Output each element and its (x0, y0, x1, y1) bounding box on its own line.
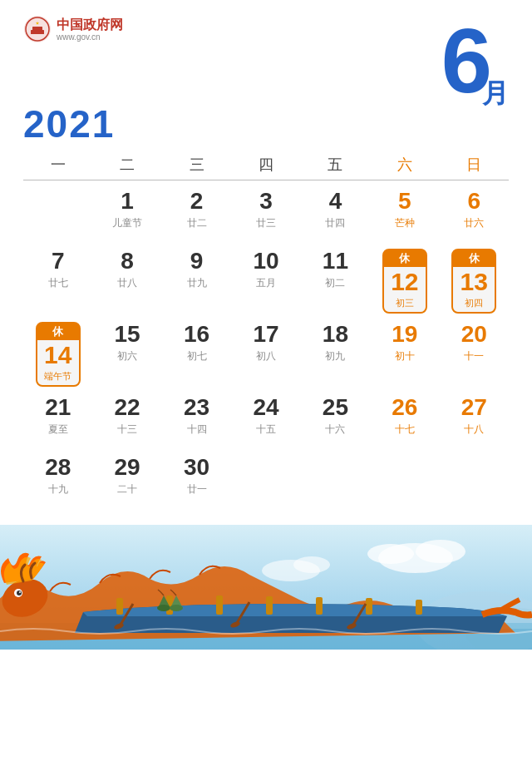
day-sub: 初六 (117, 349, 137, 363)
header-row: 中国政府网 www.gov.cn 6 月 (23, 15, 509, 106)
day-sub: 廿六 (464, 216, 484, 230)
day-cell: 17初八 (231, 319, 300, 388)
day-number: 18 (323, 322, 348, 348)
day-number: 6 (467, 189, 480, 215)
day-cell: 30廿一 (162, 452, 231, 508)
svg-rect-23 (316, 597, 323, 615)
day-cell (23, 185, 92, 242)
logo-url: www.gov.cn (57, 32, 123, 42)
day-cell: 15初六 (92, 319, 161, 388)
day-cell: 6廿六 (440, 185, 509, 242)
day-number: 10 (253, 249, 278, 274)
day-cell: 1儿童节 (92, 185, 161, 242)
day-cell: 20十一 (440, 319, 509, 388)
day-sub: 初三 (396, 297, 414, 309)
svg-rect-22 (266, 596, 273, 615)
day-number: 23 (184, 395, 209, 421)
day-cell (301, 452, 370, 508)
holiday-badge-wrapper: 休13初四 (451, 249, 496, 314)
day-sub: 十四 (187, 423, 207, 437)
day-sub: 十七 (395, 423, 415, 437)
svg-point-18 (19, 591, 21, 593)
day-sub: 廿九 (187, 276, 207, 290)
weekday-label: 四 (231, 155, 300, 175)
day-sub: 儿童节 (112, 216, 142, 230)
day-cell: 3廿三 (231, 185, 300, 242)
svg-rect-19 (116, 598, 123, 615)
day-sub: 芒种 (395, 216, 415, 230)
day-cell: 27十八 (440, 392, 509, 448)
day-number: 5 (398, 189, 411, 215)
svg-rect-24 (366, 598, 372, 615)
day-number: 24 (253, 395, 278, 421)
weekday-label: 一 (23, 155, 92, 175)
day-number: 30 (184, 455, 209, 481)
day-number: 13 (461, 268, 488, 295)
day-cell: 休13初四 (440, 245, 509, 315)
day-number: 26 (392, 395, 417, 421)
day-sub: 初七 (187, 349, 207, 363)
day-cell: 休14端午节 (23, 319, 92, 388)
day-cell (440, 452, 509, 508)
day-number: 28 (45, 455, 71, 481)
day-cell: 休12初三 (370, 245, 439, 315)
day-sub: 十六 (325, 423, 345, 437)
svg-point-10 (293, 556, 330, 573)
svg-point-7 (416, 540, 466, 563)
day-number: 2 (190, 189, 204, 215)
holiday-badge-wrapper: 休12初三 (382, 249, 427, 314)
day-sub: 初四 (465, 297, 483, 309)
day-cell: 16初七 (162, 319, 231, 388)
logo-emblem (23, 15, 52, 43)
day-number: 7 (52, 249, 65, 274)
day-cell: 26十七 (370, 392, 439, 448)
day-cell: 11初二 (301, 245, 370, 315)
day-cell: 2廿二 (162, 185, 231, 242)
weekday-label: 六 (370, 155, 439, 175)
day-cell (231, 452, 300, 508)
day-number: 14 (44, 341, 71, 368)
day-number: 17 (253, 322, 278, 348)
day-number: 8 (121, 249, 134, 274)
day-number: 1 (121, 189, 134, 215)
day-number: 3 (259, 189, 273, 215)
logo-title: 中国政府网 (57, 17, 123, 32)
day-sub: 夏至 (48, 423, 68, 437)
svg-rect-21 (216, 595, 223, 615)
day-number: 16 (184, 322, 209, 348)
svg-point-29 (170, 605, 183, 611)
day-cell: 29二十 (92, 452, 161, 508)
day-cell: 9廿九 (162, 245, 231, 315)
logo-area: 中国政府网 www.gov.cn (23, 15, 123, 43)
month-display: 6 月 (441, 15, 509, 106)
day-sub: 廿四 (325, 216, 345, 230)
day-sub: 五月 (256, 276, 276, 290)
day-sub: 十五 (256, 423, 276, 437)
day-number: 19 (392, 322, 417, 348)
day-sub: 廿二 (187, 216, 207, 230)
logo-text-area: 中国政府网 www.gov.cn (57, 17, 123, 42)
holiday-badge: 休 (37, 324, 79, 340)
weekday-row: 一二三四五六日 (23, 155, 509, 180)
year-display: 2021 (23, 101, 509, 146)
day-number: 15 (115, 322, 140, 348)
day-sub: 初九 (325, 349, 345, 363)
day-number: 9 (190, 249, 204, 274)
day-number: 21 (45, 395, 71, 421)
day-number: 25 (323, 395, 348, 421)
day-number: 12 (391, 268, 418, 295)
holiday-badge: 休 (453, 250, 495, 267)
calendar-section: 中国政府网 www.gov.cn 6 月 2021 一二三四五六日 1儿童节2廿… (0, 0, 532, 525)
day-sub: 初八 (256, 349, 276, 363)
day-sub: 廿一 (187, 482, 207, 497)
month-char: 月 (482, 80, 509, 106)
day-sub: 十九 (48, 482, 68, 497)
dragon-boat-scene (0, 525, 532, 650)
day-sub: 初二 (325, 276, 345, 290)
day-cell: 10五月 (231, 245, 300, 315)
svg-rect-3 (32, 27, 42, 31)
bottom-section (0, 525, 532, 650)
day-number: 20 (461, 322, 487, 348)
day-number: 22 (115, 395, 140, 421)
weekday-label: 五 (301, 155, 370, 175)
